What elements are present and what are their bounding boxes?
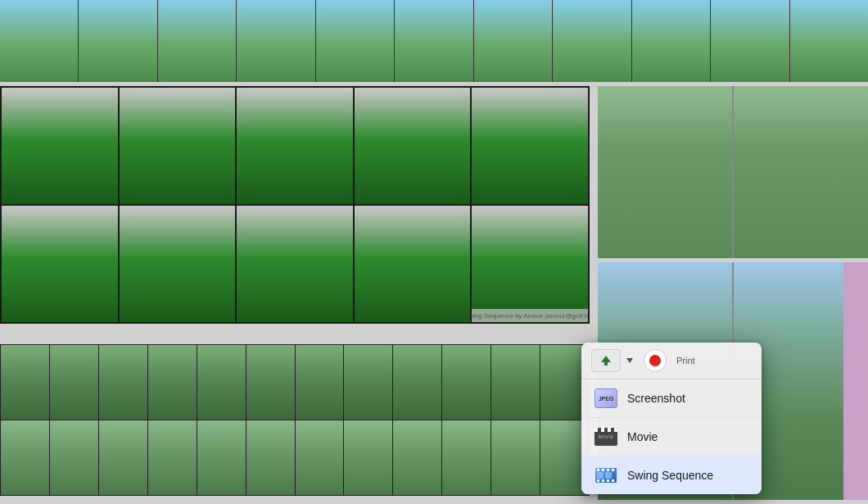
right-top-panel xyxy=(598,86,868,258)
bottom-frame-2 xyxy=(50,345,98,420)
right-top-frame-1 xyxy=(598,86,732,258)
bottom-frame-15 xyxy=(99,420,147,495)
top-frame-2 xyxy=(79,0,157,82)
indoor-frame-1 xyxy=(2,88,118,204)
svg-rect-6 xyxy=(607,469,609,471)
movie-icon xyxy=(593,425,619,448)
bottom-frame-4 xyxy=(148,345,197,420)
top-frame-9 xyxy=(632,0,711,82)
film-strip-svg xyxy=(594,465,618,485)
bottom-frame-19 xyxy=(296,420,344,495)
jpeg-badge: JPEG xyxy=(594,388,617,408)
movie-menu-item[interactable]: Movie xyxy=(581,418,762,456)
top-frame-3 xyxy=(158,0,237,82)
bottom-frame-11 xyxy=(491,345,540,420)
print-label: Print xyxy=(676,356,695,366)
bottom-frame-9 xyxy=(393,345,441,420)
svg-rect-4 xyxy=(597,469,599,471)
indoor-grid: Swing Sequence by Amour (amour@golf.net) xyxy=(0,86,590,324)
movie-label: Movie xyxy=(627,430,658,443)
top-frame-6 xyxy=(395,0,473,82)
bottom-frame-20 xyxy=(344,420,392,495)
bottom-frame-17 xyxy=(197,420,246,495)
record-button[interactable] xyxy=(644,349,667,372)
swing-sequence-icon xyxy=(593,464,619,487)
upload-button[interactable] xyxy=(591,349,621,372)
swing-sequence-label: Swing Sequence xyxy=(627,469,713,482)
bottom-frame-8 xyxy=(344,345,392,420)
svg-marker-1 xyxy=(626,358,633,363)
top-frame-11 xyxy=(790,0,868,82)
bottom-frame-1 xyxy=(1,345,49,420)
bottom-frame-23 xyxy=(491,420,540,495)
indoor-frame-7 xyxy=(120,206,236,322)
indoor-frame-9 xyxy=(355,206,471,322)
indoor-frame-5 xyxy=(472,88,588,204)
main-area: Swing Sequence by Amour (amour@golf.net) xyxy=(0,0,868,504)
right-bottom-partial xyxy=(843,262,868,500)
chevron-button[interactable] xyxy=(622,349,637,372)
bottom-frame-7 xyxy=(296,345,344,420)
top-frame-10 xyxy=(711,0,789,82)
svg-marker-0 xyxy=(601,356,611,366)
top-frame-4 xyxy=(237,0,315,82)
indoor-frame-4 xyxy=(355,88,471,204)
svg-rect-13 xyxy=(605,472,612,479)
bottom-frame-6 xyxy=(246,345,295,420)
svg-rect-8 xyxy=(597,479,599,482)
movie-badge xyxy=(594,428,617,446)
screenshot-icon: JPEG xyxy=(593,387,619,410)
indoor-frame-3 xyxy=(237,88,353,204)
top-frame-7 xyxy=(474,0,553,82)
top-frame-5 xyxy=(316,0,395,82)
bottom-frame-10 xyxy=(442,345,491,420)
bottom-frame-3 xyxy=(99,345,147,420)
dropdown-header: Print xyxy=(581,343,762,379)
top-frame-8 xyxy=(553,0,631,82)
svg-rect-11 xyxy=(612,479,614,482)
right-top-frame-2 xyxy=(734,86,868,258)
top-strip xyxy=(0,0,868,82)
bottom-frame-22 xyxy=(442,420,491,495)
dropdown-menu: Print JPEG Screenshot Movie xyxy=(581,343,762,494)
bottom-frame-16 xyxy=(148,420,197,495)
bottom-strip xyxy=(0,344,590,496)
record-dot xyxy=(649,355,661,366)
svg-rect-7 xyxy=(612,469,614,471)
svg-rect-12 xyxy=(597,472,604,479)
screenshot-label: Screenshot xyxy=(627,392,685,405)
svg-rect-10 xyxy=(607,479,609,482)
bottom-frame-13 xyxy=(1,420,49,495)
bottom-frame-18 xyxy=(246,420,295,495)
indoor-frame-10: Swing Sequence by Amour (amour@golf.net) xyxy=(472,206,588,322)
screenshot-menu-item[interactable]: JPEG Screenshot xyxy=(581,379,762,418)
bottom-frame-14 xyxy=(50,420,98,495)
swing-sequence-menu-item[interactable]: Swing Sequence xyxy=(581,456,762,494)
svg-rect-9 xyxy=(602,479,604,482)
indoor-frame-6 xyxy=(2,206,118,322)
svg-rect-5 xyxy=(602,469,604,471)
top-frame-1 xyxy=(0,0,79,82)
bottom-frame-21 xyxy=(393,420,441,495)
indoor-frame-2 xyxy=(120,88,236,204)
bottom-frame-5 xyxy=(197,345,246,420)
indoor-frame-8 xyxy=(237,206,353,322)
watermark-text: Swing Sequence by Amour (amour@golf.net) xyxy=(472,312,588,320)
